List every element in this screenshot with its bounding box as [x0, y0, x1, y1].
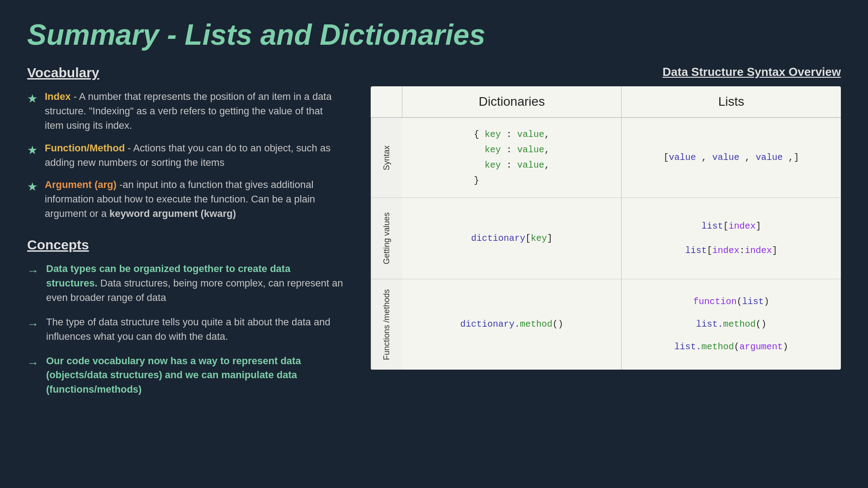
vocabulary-list: ★ Index - A number that represents the p… — [27, 89, 344, 221]
concepts-section-title: Concepts — [27, 237, 344, 253]
functions-dict-code: dictionary.method() — [460, 317, 563, 332]
vocab-item-function: ★ Function/Method - Actions that you can… — [27, 141, 344, 170]
concept-3-text: Our code vocabulary now has a way to rep… — [46, 354, 344, 397]
getting-list-code: list[index] list[index:index] — [685, 219, 777, 258]
vocab-function-term: Function/Method — [45, 142, 125, 154]
header-dictionaries: Dictionaries — [402, 86, 622, 117]
row-label-functions: Functions /methods — [371, 279, 402, 370]
table-row-functions: Functions /methods dictionary.method() f… — [371, 279, 841, 370]
vocab-item-index: ★ Index - A number that represents the p… — [27, 89, 344, 133]
syntax-list-cell: [value , value , value ,] — [622, 118, 841, 197]
row-label-getting-values: Getting values — [371, 198, 402, 279]
right-panel: Data Structure Syntax Overview Dictionar… — [371, 65, 841, 370]
content-wrapper: Vocabulary ★ Index - A number that repre… — [27, 65, 841, 407]
concept-1-text: Data types can be organized together to … — [46, 262, 344, 305]
star-icon-1: ★ — [27, 90, 38, 108]
vocab-index-text: Index - A number that represents the pos… — [45, 89, 344, 133]
vocab-function-text: Function/Method - Actions that you can d… — [45, 141, 344, 170]
vocab-item-argument: ★ Argument (arg) -an input into a functi… — [27, 178, 344, 221]
concept-2-text: The type of data structure tells you qui… — [46, 315, 344, 344]
getting-dict-cell: dictionary[key] — [402, 198, 622, 279]
table-row-getting-values: Getting values dictionary[key] list[inde… — [371, 198, 841, 279]
vocab-index-definition: - A number that represents the position … — [45, 91, 332, 131]
functions-list-code: function(list) list.method() list.method… — [674, 294, 788, 355]
star-icon-3: ★ — [27, 178, 38, 196]
syntax-table: Dictionaries Lists Syntax { key : value,… — [371, 86, 841, 370]
vocab-argument-term: Argument (arg) — [45, 179, 117, 190]
syntax-list-code: [value , value , value ,] — [663, 150, 799, 165]
star-icon-2: ★ — [27, 142, 38, 159]
table-row-syntax: Syntax { key : value, key : value, key :… — [371, 118, 841, 198]
kwarg-text: keyword argument (kwarg) — [109, 208, 236, 219]
concept-item-3: → Our code vocabulary now has a way to r… — [27, 354, 344, 397]
functions-dict-cell: dictionary.method() — [402, 279, 622, 370]
vocabulary-section-title: Vocabulary — [27, 65, 344, 80]
arrow-icon-1: → — [27, 263, 39, 280]
arrow-icon-2: → — [27, 316, 39, 333]
header-lists: Lists — [622, 86, 841, 117]
vocab-index-term: Index — [45, 91, 71, 102]
getting-dict-code: dictionary[key] — [471, 231, 552, 246]
row-label-syntax: Syntax — [371, 118, 402, 197]
concept-item-1: → Data types can be organized together t… — [27, 262, 344, 305]
table-header-row: Dictionaries Lists — [371, 86, 841, 118]
getting-list-cell: list[index] list[index:index] — [622, 198, 841, 279]
syntax-dict-code: { key : value, key : value, key : value,… — [474, 127, 550, 188]
arrow-icon-3: → — [27, 355, 39, 372]
left-panel: Vocabulary ★ Index - A number that repre… — [27, 65, 344, 407]
vocab-argument-text: Argument (arg) -an input into a function… — [45, 178, 344, 221]
table-label: Data Structure Syntax Overview — [371, 65, 841, 79]
page-title: Summary - Lists and Dictionaries — [27, 18, 841, 52]
concept-item-2: → The type of data structure tells you q… — [27, 315, 344, 344]
concepts-list: → Data types can be organized together t… — [27, 262, 344, 397]
functions-list-cell: function(list) list.method() list.method… — [622, 279, 841, 370]
syntax-dict-cell: { key : value, key : value, key : value,… — [402, 118, 622, 197]
